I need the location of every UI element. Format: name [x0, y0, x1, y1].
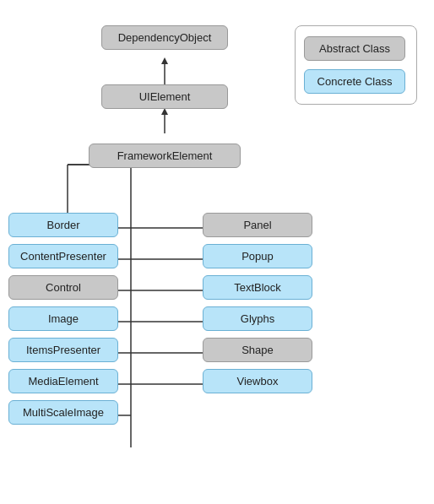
svg-marker-1 — [161, 57, 168, 64]
svg-marker-3 — [161, 108, 168, 115]
node-items-presenter: ItemsPresenter — [8, 338, 118, 362]
node-content-presenter: ContentPresenter — [8, 244, 118, 268]
legend-concrete: Concrete Class — [304, 69, 405, 94]
node-border: Border — [8, 213, 118, 237]
node-panel: Panel — [203, 213, 312, 237]
node-shape: Shape — [203, 338, 312, 362]
diagram-container: Abstract Class Concrete Class Dependency… — [0, 0, 434, 504]
legend-abstract-label: Abstract Class — [319, 42, 390, 55]
node-framework-element: FrameworkElement — [89, 144, 241, 168]
node-media-element: MediaElement — [8, 369, 118, 393]
node-control: Control — [8, 275, 118, 300]
node-ui-element: UIElement — [101, 84, 228, 109]
node-glyphs: Glyphs — [203, 306, 312, 331]
node-multi-scale-image: MultiScaleImage — [8, 400, 118, 425]
legend-abstract: Abstract Class — [304, 36, 405, 61]
legend-box: Abstract Class Concrete Class — [295, 25, 417, 105]
node-viewbox: Viewbox — [203, 369, 312, 393]
node-text-block: TextBlock — [203, 275, 312, 300]
node-image: Image — [8, 306, 118, 331]
node-popup: Popup — [203, 244, 312, 268]
legend-concrete-label: Concrete Class — [317, 75, 393, 88]
node-dependency-object: DependencyObject — [101, 25, 228, 50]
